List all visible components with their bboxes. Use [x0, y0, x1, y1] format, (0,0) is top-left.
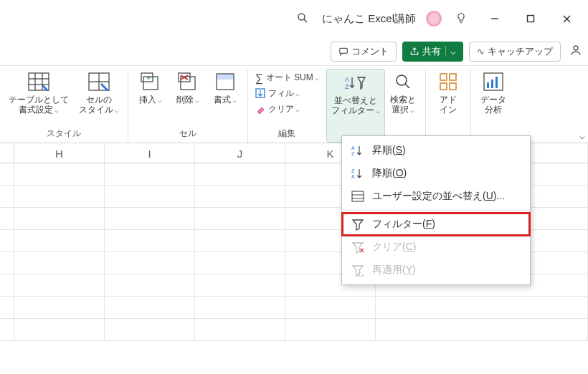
minimize-button[interactable]	[479, 7, 511, 30]
comment-label: コメント	[351, 45, 389, 58]
custom-sort-icon	[351, 189, 365, 203]
svg-text:Z: Z	[345, 83, 349, 90]
col-H[interactable]: H	[14, 144, 105, 163]
svg-text:A: A	[351, 145, 355, 150]
maximize-button[interactable]	[515, 7, 546, 30]
person-icon[interactable]	[569, 44, 581, 59]
share-button[interactable]: 共有 ⌵	[402, 42, 463, 62]
svg-rect-33	[450, 83, 456, 90]
format-icon	[214, 70, 237, 93]
group-editing-label: 編集	[278, 128, 295, 143]
reapply-icon	[351, 263, 365, 277]
menu-filter[interactable]: フィルター(F)	[342, 213, 530, 236]
titlebar: にゃんこ Excel講師	[0, 0, 588, 37]
analysis-icon	[482, 70, 505, 93]
addins-button[interactable]: アド イン	[430, 69, 466, 117]
table-icon	[27, 70, 50, 93]
autosum-button[interactable]: ∑オート SUM	[255, 70, 319, 85]
sort-filter-label: 並べ替えと フィルター	[331, 95, 380, 116]
format-label: 書式	[214, 95, 237, 105]
svg-text:Z: Z	[351, 168, 355, 173]
analysis-label: データ 分析	[480, 95, 506, 115]
col-I[interactable]: I	[105, 144, 195, 163]
svg-rect-42	[352, 191, 364, 201]
svg-rect-32	[440, 83, 447, 90]
sort-filter-menu: AZ 昇順(S) ZA 降順(O) ユーザー設定の並べ替え(U)... フィルタ…	[341, 135, 531, 285]
cell-styles-button[interactable]: セルの スタイル	[75, 69, 123, 117]
svg-rect-31	[450, 74, 456, 80]
sort-asc-icon: AZ	[351, 143, 365, 158]
group-styles: テーブルとして 書式設定 セルの スタイル スタイル	[0, 69, 128, 143]
data-analysis-button[interactable]: データ 分析	[475, 69, 511, 117]
delete-button[interactable]: 削除	[170, 69, 206, 106]
find-icon	[392, 70, 414, 93]
catchup-button[interactable]: ∿ キャッチアップ	[469, 42, 561, 62]
cell-styles-label: セルの スタイル	[79, 95, 119, 115]
sort-desc-icon: ZA	[351, 166, 365, 181]
comment-button[interactable]: コメント	[331, 42, 397, 62]
svg-text:＋: ＋	[145, 73, 153, 82]
svg-rect-24	[217, 74, 234, 80]
group-cells: ＋ 挿入 削除 書式 セル	[128, 69, 248, 143]
group-editing: ∑オート SUM フィル クリア 編集 AZ 並べ替えと フィルター 検索と 選…	[248, 69, 426, 143]
svg-text:A: A	[351, 174, 355, 179]
insert-button[interactable]: ＋ 挿入	[133, 69, 169, 106]
group-styles-label: スタイル	[47, 128, 81, 143]
catchup-label: キャッチアップ	[488, 45, 553, 58]
delete-label: 削除	[176, 95, 199, 105]
svg-point-28	[397, 75, 407, 85]
share-label: 共有	[422, 45, 441, 58]
sort-filter-button[interactable]: AZ 並べ替えと フィルター	[326, 69, 385, 143]
delete-icon	[176, 70, 199, 93]
ribbon-collapse-icon[interactable]: ⌵	[579, 130, 585, 141]
insert-label: 挿入	[139, 95, 162, 105]
fill-label: フィル	[268, 87, 300, 100]
format-as-table-button[interactable]: テーブルとして 書式設定	[4, 69, 73, 117]
group-cells-label: セル	[179, 128, 196, 143]
group-analysis: データ 分析	[471, 69, 516, 143]
menu-sort-desc[interactable]: ZA 降順(O)	[342, 162, 530, 185]
paw-avatar	[426, 11, 442, 27]
autosum-label: オート SUM	[266, 72, 319, 84]
svg-rect-37	[495, 77, 498, 88]
find-select-button[interactable]: 検索と 選択	[385, 69, 421, 143]
svg-rect-36	[491, 80, 493, 88]
svg-text:Z: Z	[351, 151, 355, 156]
svg-rect-3	[528, 16, 534, 22]
group-addins: アド イン	[426, 69, 471, 143]
find-select-label: 検索と 選択	[390, 95, 416, 115]
ribbon: テーブルとして 書式設定 セルの スタイル スタイル ＋ 挿入 削除 書	[0, 66, 588, 143]
svg-point-0	[298, 14, 305, 20]
fill-button[interactable]: フィル	[255, 86, 319, 100]
addins-label: アド イン	[440, 95, 457, 115]
menu-custom-sort[interactable]: ユーザー設定の並べ替え(U)...	[342, 185, 530, 208]
action-bar: コメント 共有 ⌵ ∿ キャッチアップ	[0, 37, 588, 66]
svg-rect-6	[340, 48, 348, 53]
clear-button[interactable]: クリア	[255, 102, 319, 116]
cell-styles-icon	[87, 70, 110, 93]
format-as-table-label: テーブルとして 書式設定	[9, 95, 69, 115]
chevron-down-icon: ⌵	[445, 46, 456, 57]
filter-icon	[351, 217, 365, 231]
clear-filter-icon	[351, 240, 365, 254]
svg-line-1	[304, 19, 307, 21]
close-button[interactable]	[551, 7, 582, 30]
svg-text:A: A	[345, 76, 349, 83]
svg-rect-35	[487, 82, 489, 88]
col-J[interactable]: J	[195, 144, 285, 163]
menu-sort-asc[interactable]: AZ 昇順(S)	[342, 139, 530, 162]
menu-reapply: 再適用(Y)	[342, 259, 530, 282]
app-title: にゃんこ Excel講師	[322, 12, 416, 26]
svg-point-7	[574, 46, 578, 50]
svg-rect-30	[440, 74, 447, 80]
sort-filter-icon: AZ	[344, 71, 367, 94]
clear-label: クリア	[268, 103, 300, 115]
menu-clear: クリア(C)	[342, 236, 530, 259]
insert-icon: ＋	[139, 70, 162, 93]
search-icon[interactable]	[296, 11, 309, 27]
lightbulb-icon[interactable]	[455, 11, 468, 27]
svg-line-29	[405, 84, 409, 88]
addins-icon	[437, 70, 460, 93]
format-button[interactable]: 書式	[207, 69, 243, 106]
